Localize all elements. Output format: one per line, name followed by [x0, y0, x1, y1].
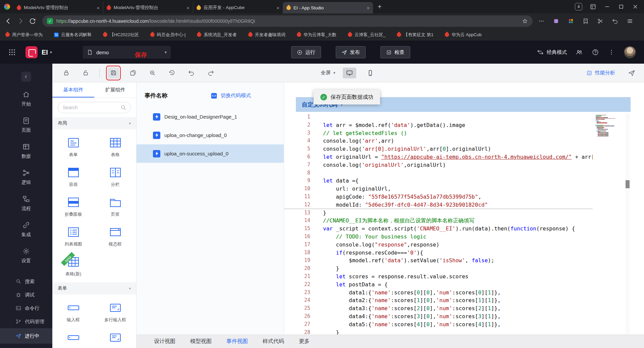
event-item[interactable]: uploa_on-change_upload_0 [137, 126, 284, 144]
maximize-icon[interactable] [618, 3, 625, 10]
vertical-tabs-icon[interactable] [590, 3, 596, 10]
scrollbar-thumb[interactable] [626, 180, 630, 188]
browser-tab-modelarts-1[interactable]: ModelArts-管理控制台× [13, 2, 103, 13]
component-modal[interactable]: 模态框 [94, 221, 136, 251]
component-textarea[interactable]: 多行输入框 [94, 297, 136, 327]
sidebar-item-flow[interactable]: 流程 [0, 190, 52, 216]
component-section-header[interactable]: 表单▾ [52, 282, 136, 294]
code-line[interactable]: 20 } [284, 265, 593, 273]
browser-tab-modelarts-2[interactable]: ModelArts-管理控制台× [103, 2, 193, 13]
code-line[interactable]: 1 [284, 113, 593, 121]
editor-scrollbar[interactable] [625, 113, 630, 335]
sidebar-item-in-progress[interactable]: 进行中 [0, 328, 52, 344]
code-line[interactable]: 23 data1:{'name':scores[0][0],'num':scor… [284, 289, 593, 297]
user-avatar[interactable] [624, 46, 636, 58]
code-line[interactable]: 11 apigCode: "55f8e16577f545a5a51a77db53… [284, 193, 593, 201]
code-line[interactable]: 15var _script = context.script('CNAMEO__… [284, 225, 593, 233]
more-menu-icon[interactable] [608, 49, 615, 56]
tab-close-icon[interactable]: × [276, 5, 279, 11]
component-container[interactable]: 容器 [52, 162, 94, 192]
code-line[interactable]: 19 $model.ref('data').setValue('isShow',… [284, 257, 593, 265]
component-column[interactable]: 分栏 [94, 162, 136, 192]
sidebar-item-settings[interactable]: 设置 [0, 242, 52, 269]
bookmark-item[interactable]: 【HC2022社区 [103, 32, 139, 38]
extensions-icon[interactable] [553, 18, 559, 24]
code-line[interactable]: 27 data5:{'name':scores[4][0],'num':scor… [284, 321, 593, 329]
component-tab-extended[interactable]: 扩展组件 [94, 82, 136, 97]
component-table-new[interactable]: beta表格(新) [52, 251, 94, 281]
view-tab-style-code[interactable]: 样式代码 [263, 338, 284, 345]
sidebar-item-code-manage[interactable]: 代码管理 [0, 315, 52, 328]
tab-close-icon[interactable]: × [186, 5, 190, 11]
component-list-view[interactable]: 列表视图 [52, 221, 94, 251]
new-tab-button[interactable]: + [373, 3, 386, 11]
bookmark-item[interactable]: 【有奖征文 第1 [397, 32, 433, 38]
app-launcher-icon[interactable] [8, 48, 16, 56]
code-line[interactable]: 5console.log('arr[0].originalUrl',arr[0]… [284, 145, 593, 153]
sidebar-item-debug[interactable]: 调试 [0, 288, 52, 301]
sidebar-item-logic[interactable]: 逻辑 [0, 164, 52, 190]
component-partial-1[interactable] [52, 327, 94, 348]
code-line[interactable]: 28 } [284, 329, 593, 335]
forward-icon[interactable] [17, 17, 24, 25]
bookmark-item[interactable]: 知云服务名词解释 [54, 32, 92, 38]
component-section-header[interactable]: 布局▾ [52, 117, 136, 129]
bookmark-item[interactable]: 华为云 AppCub [445, 32, 482, 38]
publish-button[interactable]: 发布 [336, 46, 366, 58]
component-table[interactable]: 表格 [94, 132, 136, 162]
code-line[interactable]: 25 data3:{'name':scores[2][0],'num':scor… [284, 304, 593, 312]
split-screen-icon[interactable] [538, 18, 545, 24]
code-line[interactable]: 3// let getSelectedFiles () [284, 129, 593, 137]
minimize-icon[interactable] [604, 3, 610, 10]
code-line[interactable]: 26 data4:{'name':scores[3][0],'num':scor… [284, 312, 593, 321]
code-line[interactable]: 7console.log('originalUrl',originalUrl) [284, 161, 593, 169]
sidebar-collapse-button[interactable] [21, 72, 31, 82]
mobile-view-toggle[interactable] [364, 68, 377, 78]
component-form[interactable]: 表单 [52, 132, 94, 162]
send-plane-icon[interactable] [628, 69, 635, 77]
browser-tab-app-studio[interactable]: EI - App Studio× [283, 2, 373, 13]
sidebar-item-integration[interactable]: 集成 [0, 216, 52, 242]
favorite-star-icon[interactable] [522, 18, 528, 24]
sidebar-item-data[interactable]: 数据 [0, 138, 52, 164]
bookmark-item[interactable]: 码豆会员中心-| [150, 32, 186, 38]
apps-grid-icon[interactable] [568, 18, 574, 24]
bookmark-item[interactable]: 用户登录—华为 [5, 32, 43, 38]
check-button[interactable]: 检查 [380, 46, 410, 58]
browser-tab-appcube-dev[interactable]: 应用开发 - AppCube× [193, 2, 283, 13]
sidebar-item-page[interactable]: 页面 [0, 112, 52, 138]
undo-button[interactable] [185, 67, 197, 79]
find-button[interactable] [147, 67, 158, 79]
code-line[interactable]: 17 console.log("response",response) [284, 241, 593, 249]
save-button[interactable] [108, 67, 119, 79]
code-line[interactable]: 2let arr = $model.ref('data').getData().… [284, 121, 593, 129]
secure-badge-icon[interactable]: ✓ [47, 18, 53, 24]
collaborators-icon[interactable] [576, 49, 583, 56]
switch-code-mode-link[interactable]: 切换代码模式 [210, 92, 251, 99]
run-button[interactable]: 运行 [291, 46, 321, 58]
url-bar[interactable]: ✓ https://appcube.cn-north-4.huaweicloud… [42, 15, 533, 27]
desktop-view-toggle[interactable] [343, 68, 356, 78]
sidebar-item-terminal[interactable]: 命令行 [0, 301, 52, 315]
code-line[interactable]: 21 let scores = response.result.value.sc… [284, 273, 593, 281]
code-line[interactable]: 16 // TODO: Your business logic [284, 233, 593, 241]
collections-icon[interactable] [582, 18, 589, 24]
lock-button[interactable] [60, 67, 72, 79]
code-line[interactable]: 18 if(response.resCode==='0'){ [284, 249, 593, 257]
back-icon[interactable] [5, 17, 12, 25]
bookmark-item[interactable]: 云博客_云社区_ [348, 32, 385, 38]
code-line[interactable]: 4console.log('arr',arr) [284, 137, 593, 145]
code-line[interactable]: 9let data ={ [284, 177, 593, 185]
code-line[interactable]: 22 let postData = { [284, 281, 593, 289]
component-partial-2[interactable] [94, 327, 136, 348]
app-caret-down-icon[interactable]: ▾ [50, 50, 52, 55]
bookmark-item[interactable]: 华为云博客_大数 [297, 32, 336, 38]
code-line[interactable]: 12 modelId: "5d6ec39f-dfc0-4d47-8d34-923… [284, 201, 593, 209]
component-collapse-panel[interactable]: 折叠面板 [52, 192, 94, 221]
tab-close-icon[interactable]: × [367, 5, 370, 11]
code-line[interactable]: 24 data2:{'name':scores[1][0],'num':scor… [284, 296, 593, 304]
code-line[interactable]: 14//CNAMEO__EI为脚本名称，根据自己设置的脚本名称正确填写 [284, 217, 593, 225]
component-input[interactable]: 输入框 [52, 297, 94, 327]
code-line[interactable]: 6let originalUrl = "https://appcube-ai-t… [284, 153, 593, 161]
history-button[interactable] [166, 67, 177, 79]
